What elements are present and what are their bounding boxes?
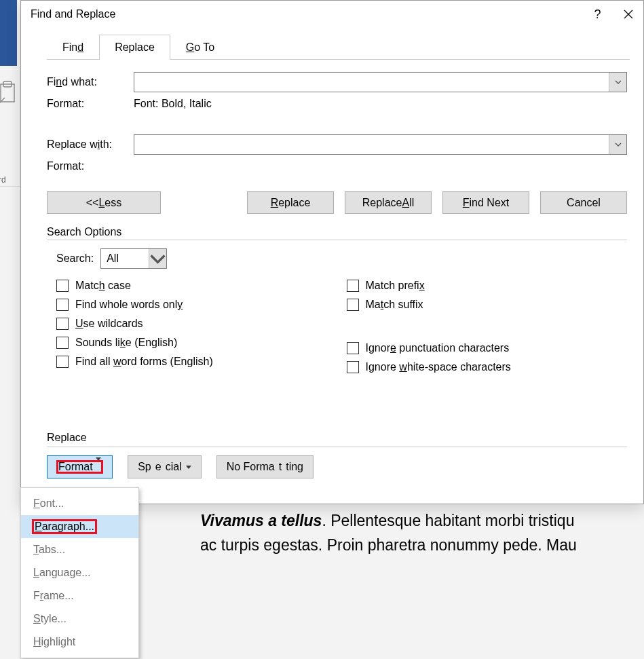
checkbox-label: Match case <box>75 280 131 292</box>
checkbox-icon <box>347 280 359 292</box>
checkbox-label: Use wildcards <box>75 318 143 330</box>
find-replace-dialog: Find and Replace ? Find Replace Go To Fi… <box>20 0 644 504</box>
menu-item-frame[interactable]: Frame... <box>21 584 138 607</box>
checkbox-label: Match prefix <box>366 280 425 292</box>
match-suffix-checkbox[interactable]: Match suffix <box>347 299 628 311</box>
chevron-down-icon <box>615 80 622 84</box>
checkbox-icon <box>347 299 359 311</box>
menu-item-language[interactable]: Language... <box>21 561 138 584</box>
chevron-down-icon <box>149 254 166 264</box>
find-what-input[interactable] <box>134 73 609 92</box>
checkbox-icon <box>347 342 359 354</box>
less-button[interactable]: << Less <box>47 191 161 214</box>
cancel-button[interactable]: Cancel <box>540 191 627 214</box>
tab-find[interactable]: Find <box>47 35 99 60</box>
replace-button[interactable]: Replace <box>247 191 334 214</box>
doc-bold-italic-text: Vivamus a tellus <box>200 512 322 529</box>
help-button[interactable]: ? <box>582 3 613 25</box>
dialog-title: Find and Replace <box>31 8 115 20</box>
ignore-punct-checkbox[interactable]: Ignore punctuation characters <box>347 342 628 354</box>
checkbox-icon <box>56 299 69 311</box>
tab-goto[interactable]: Go To <box>170 35 230 60</box>
paste-icon <box>0 79 18 106</box>
find-format-label: Format: <box>47 98 134 110</box>
menu-item-tabs[interactable]: Tabs... <box>21 538 138 561</box>
menu-item-style[interactable]: Style... <box>21 607 138 630</box>
replace-group-title: Replace <box>47 432 627 444</box>
no-formatting-button[interactable]: No Formatting <box>216 455 314 478</box>
checkbox-label: Ignore punctuation characters <box>366 342 510 354</box>
document-text: Vivamus a tellus. Pellentesque habitant … <box>200 509 644 557</box>
whole-words-checkbox[interactable]: Find whole words only <box>56 299 337 311</box>
doc-text-2: ac turpis egestas. Proin pharetra nonumm… <box>200 533 644 558</box>
find-what-label: Find what: <box>47 76 134 88</box>
ribbon-group-label: board <box>0 175 6 185</box>
checkbox-label: Match suffix <box>366 299 423 311</box>
checkbox-icon <box>56 356 69 368</box>
search-options-title: Search Options <box>47 226 627 238</box>
find-what-dropdown[interactable] <box>609 73 626 92</box>
replace-with-combo[interactable] <box>134 134 627 155</box>
close-icon <box>624 10 633 19</box>
checkbox-label: Sounds like (English) <box>75 337 177 349</box>
replace-format-label: Format: <box>47 160 134 172</box>
dialog-titlebar: Find and Replace ? <box>21 1 643 28</box>
caret-down-icon <box>186 466 191 469</box>
replace-all-button[interactable]: Replace All <box>345 191 432 214</box>
checkbox-label: Find whole words only <box>75 299 183 311</box>
checkbox-label: Find all word forms (English) <box>75 356 213 368</box>
replace-with-input[interactable] <box>134 135 609 154</box>
checkbox-icon <box>56 318 69 330</box>
checkbox-icon <box>56 337 69 349</box>
replace-with-label: Replace with: <box>47 138 134 151</box>
find-format-value: Font: Bold, Italic <box>134 98 212 110</box>
divider <box>47 447 627 447</box>
checkbox-label: Ignore white-space characters <box>366 361 511 373</box>
menu-item-paragraph[interactable]: Paragraph... <box>21 515 138 538</box>
format-menu-button[interactable]: Format <box>47 455 113 478</box>
checkbox-icon <box>347 361 359 373</box>
find-what-combo[interactable] <box>134 72 627 92</box>
replace-with-dropdown[interactable] <box>609 135 626 154</box>
find-next-button[interactable]: Find Next <box>442 191 529 214</box>
match-case-checkbox[interactable]: Match case <box>56 280 337 292</box>
search-direction-value: All <box>101 252 149 265</box>
search-direction-dropdown[interactable] <box>149 249 166 268</box>
word-forms-checkbox[interactable]: Find all word forms (English) <box>56 356 337 368</box>
caret-down-icon <box>96 457 101 472</box>
search-direction-label: Search: <box>56 252 94 265</box>
wildcards-checkbox[interactable]: Use wildcards <box>56 318 337 330</box>
format-dropdown-menu: Font...Paragraph...Tabs...Language...Fra… <box>20 487 139 658</box>
close-button[interactable] <box>613 3 643 25</box>
doc-text-1: . Pellentesque habitant morbi tristiqu <box>322 512 574 529</box>
checkbox-icon <box>56 280 69 292</box>
search-direction-select[interactable]: All <box>100 248 167 269</box>
ignore-whitespace-checkbox[interactable]: Ignore white-space characters <box>347 361 628 373</box>
divider <box>47 240 627 240</box>
tab-strip: Find Replace Go To <box>47 35 643 60</box>
sounds-like-checkbox[interactable]: Sounds like (English) <box>56 337 337 349</box>
word-ribbon-edge <box>0 0 17 66</box>
menu-item-font[interactable]: Font... <box>21 492 138 515</box>
chevron-down-icon <box>615 143 622 147</box>
tab-replace[interactable]: Replace <box>99 35 170 60</box>
special-menu-button[interactable]: Special <box>128 455 202 478</box>
menu-item-highlight[interactable]: Highlight <box>21 630 138 654</box>
match-prefix-checkbox[interactable]: Match prefix <box>347 280 628 292</box>
